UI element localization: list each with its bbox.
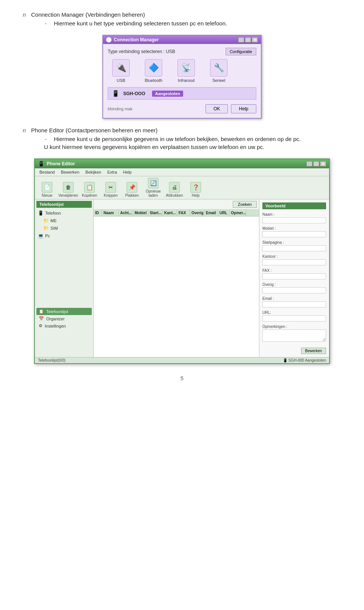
section2-title: Phone Editor (Contactpersonen beheren en… <box>31 127 158 133</box>
pe-th-overig: Overig <box>190 210 204 216</box>
pe-opnieuw-icon: 🔄 <box>148 178 158 188</box>
cm-icon-bluetooth[interactable]: 🔷 Bluetooth <box>140 59 167 83</box>
cm-maximize-btn[interactable]: □ <box>245 37 251 42</box>
cm-bluetooth-label: Bluetooth <box>145 78 162 83</box>
pe-field-naam: Naam : <box>262 212 326 223</box>
pe-sidebar: Telefoonlijst 📱 Telefoon 📁 ME 📁 SIM <box>35 199 94 357</box>
pe-th-fax: FAX <box>177 210 190 216</box>
pe-telefoon-label: Telefoon <box>45 211 61 215</box>
pe-sidebar-telefoon[interactable]: 📱 Telefoon <box>36 209 92 217</box>
pe-field-kantoor: Kantoor : <box>262 254 326 265</box>
cm-connected-badge: Aangesloten <box>152 91 183 97</box>
pe-minimize-btn[interactable]: _ <box>306 161 312 166</box>
pe-help-label: Help <box>192 193 200 198</box>
pe-search-btn[interactable]: Zoeken <box>233 201 257 208</box>
pe-label-opmerkingen: Opmerkingen : <box>262 325 326 329</box>
pe-status-right: 📱 SGH-000 Aangesloten <box>283 358 326 362</box>
cm-titlebar-left: Connection Manager <box>106 37 159 42</box>
pe-detail-panel: Voorbeeld Naam : Mobiel : Startpagina : <box>259 199 329 357</box>
pe-nav-org-icon: 📅 <box>39 316 44 321</box>
pe-nav-telefoonlijst[interactable]: 📋 Telefoonlijst <box>36 308 92 315</box>
pe-opnieuw-label: Opnieuw laden <box>143 189 163 198</box>
cm-type-row: Type verbinding selecteren : USB Configu… <box>108 48 256 55</box>
section1-title: Connection Manager (Verbindingen beheren… <box>31 11 145 18</box>
pe-titlebar-left: 📱 Phone Editor <box>38 161 75 167</box>
pe-th-email: Email <box>204 210 218 216</box>
section2-desc1-row: - Hiermee kunt u de persoonlijke gegeven… <box>37 136 341 142</box>
pe-label-naam: Naam : <box>262 212 326 216</box>
cm-icon-infrarood[interactable]: 📡 Infrarood <box>173 59 199 83</box>
pe-input-mobiel[interactable] <box>262 231 326 237</box>
cm-minimize-btn[interactable]: _ <box>238 37 244 42</box>
pe-menu-bewerken[interactable]: Bewerken <box>58 169 82 175</box>
pe-input-email[interactable] <box>262 301 326 307</box>
pe-tool-knippen[interactable]: ✂ Knippen <box>101 182 121 198</box>
pe-label-overig: Overig : <box>262 282 326 287</box>
pe-tool-plakken[interactable]: 📌 Plakken <box>122 182 142 198</box>
pe-nav-tl-icon: 📋 <box>39 309 44 314</box>
pe-label-fax: FAX : <box>262 268 326 273</box>
pe-tool-kopieren[interactable]: 📋 Kopiëren <box>80 182 99 198</box>
page-content: n Connection Manager (Verbindingen beher… <box>23 11 341 381</box>
pe-input-startpagina[interactable] <box>262 245 326 251</box>
pe-menu-help[interactable]: Help <box>120 169 135 175</box>
pe-menu-bekijken[interactable]: Bekijken <box>82 169 104 175</box>
pe-th-mobiel: Mobiel <box>133 210 148 216</box>
pe-nav-instellingen[interactable]: ⚙ Instellingen <box>36 322 92 329</box>
pe-table-body <box>94 216 259 357</box>
pe-input-url[interactable] <box>262 315 326 321</box>
pe-close-btn[interactable]: ✕ <box>320 161 326 166</box>
pe-th-acht: Acht... <box>119 210 133 216</box>
cm-titlebar: Connection Manager _ □ ✕ <box>103 36 261 44</box>
pe-input-fax[interactable] <box>262 273 326 279</box>
cm-status-device-icon: 📱 <box>112 90 119 97</box>
pe-input-overig[interactable] <box>262 287 326 293</box>
cm-footer: lrbinding mak OK Help <box>108 104 256 113</box>
pe-maximize-btn[interactable]: □ <box>313 161 319 166</box>
pe-input-naam[interactable] <box>262 217 326 223</box>
cm-icon-usb[interactable]: 🔌 USB <box>108 59 134 83</box>
pe-nav-organizer[interactable]: 📅 Organizer <box>36 315 92 322</box>
pe-sidebar-pc[interactable]: 💻 Pc <box>36 232 92 240</box>
pe-sidebar-sim[interactable]: 📁 SIM <box>42 224 92 232</box>
pe-status-left: Telefoonlijst(0/0) <box>38 358 66 362</box>
pe-th-id: ID <box>94 210 102 216</box>
section2-desc2: U kunt hiermee tevens gegevens kopiëren … <box>44 144 264 150</box>
pe-toolbar: 📄 Nieuw 🗑 Verwijderen 📋 Kopiëren ✂ Knipp… <box>35 176 329 199</box>
pe-nieuw-icon: 📄 <box>42 182 52 193</box>
pe-sidebar-me[interactable]: 📁 ME <box>42 217 92 224</box>
cm-serieel-icon-box: 🔧 <box>210 59 228 77</box>
cm-icon-serieel[interactable]: 🔧 Serieel <box>206 59 232 83</box>
pe-tool-help[interactable]: ❓ Help <box>186 182 206 198</box>
pe-field-url: URL: <box>262 310 326 321</box>
cm-serieel-label: Serieel <box>212 78 225 83</box>
bullet-n-1: n <box>23 11 30 18</box>
pe-field-email: Email : <box>262 296 326 307</box>
pe-me-label: ME <box>50 218 57 223</box>
cm-config-btn[interactable]: Configuratie <box>226 48 256 55</box>
pe-window: 📱 Phone Editor _ □ ✕ Bestand Bewerken Be… <box>34 158 330 364</box>
cm-close-btn[interactable]: ✕ <box>252 37 258 42</box>
pe-input-kantoor[interactable] <box>262 259 326 265</box>
cm-status-row: 📱 SGH-OOO Aangesloten <box>108 87 256 100</box>
pe-tool-opnieuw[interactable]: 🔄 Opnieuw laden <box>143 178 163 198</box>
pe-detail-edit-btn[interactable]: Bewerken <box>301 348 326 354</box>
pe-tool-afdrukken[interactable]: 🖨 Afdrukken <box>165 182 184 198</box>
pe-telefoon-icon: 📱 <box>38 210 44 216</box>
pe-status-phone-icon: 📱 <box>283 358 287 362</box>
pe-tool-verwijderen[interactable]: 🗑 Verwijderen <box>58 182 78 198</box>
cm-ok-btn[interactable]: OK <box>206 104 228 113</box>
pe-knippen-label: Knippen <box>104 193 118 198</box>
pe-nav-org-label: Organizer <box>46 317 64 321</box>
pe-afdrukken-icon: 🖨 <box>169 182 180 193</box>
cm-help-btn[interactable]: Help <box>231 104 256 113</box>
cm-infrarood-label: Infrarood <box>178 78 195 83</box>
pe-verwijderen-icon: 🗑 <box>63 182 74 193</box>
pe-input-opmerkingen[interactable] <box>262 329 326 342</box>
pe-tool-nieuw[interactable]: 📄 Nieuw <box>37 182 57 198</box>
section2-desc1: Hiermee kunt u de persoonlijke gegevens … <box>54 136 301 142</box>
pe-menu-bestand[interactable]: Bestand <box>36 169 58 175</box>
pe-th-opmer: Opmer... <box>229 210 246 216</box>
pe-menu-extra[interactable]: Extra <box>104 169 120 175</box>
pe-knippen-icon: ✂ <box>105 182 116 193</box>
